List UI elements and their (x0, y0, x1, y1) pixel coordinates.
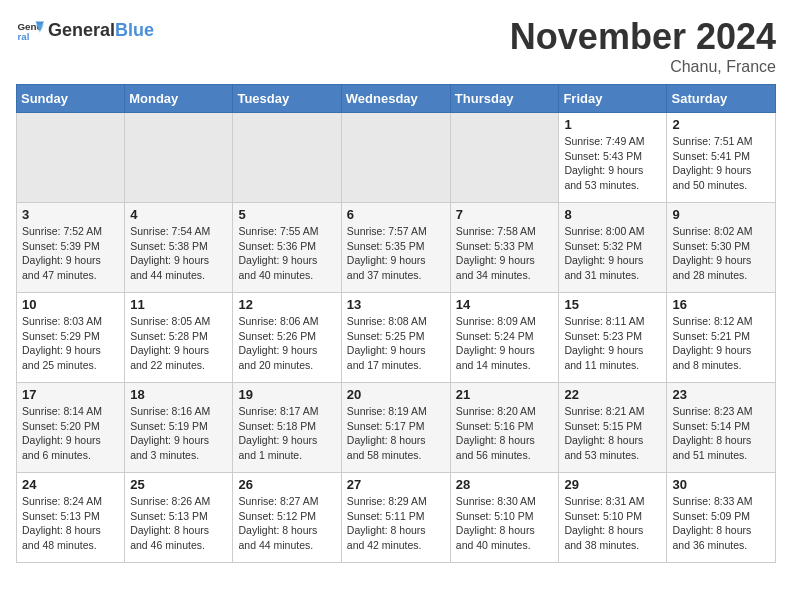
day-number: 13 (347, 297, 445, 312)
day-number: 1 (564, 117, 661, 132)
day-info: Sunrise: 8:16 AM Sunset: 5:19 PM Dayligh… (130, 404, 227, 463)
calendar-cell: 26Sunrise: 8:27 AM Sunset: 5:12 PM Dayli… (233, 473, 341, 563)
calendar-cell: 9Sunrise: 8:02 AM Sunset: 5:30 PM Daylig… (667, 203, 776, 293)
day-info: Sunrise: 8:11 AM Sunset: 5:23 PM Dayligh… (564, 314, 661, 373)
day-number: 8 (564, 207, 661, 222)
day-info: Sunrise: 8:17 AM Sunset: 5:18 PM Dayligh… (238, 404, 335, 463)
day-number: 5 (238, 207, 335, 222)
calendar-cell (125, 113, 233, 203)
day-info: Sunrise: 8:08 AM Sunset: 5:25 PM Dayligh… (347, 314, 445, 373)
calendar-week-row: 10Sunrise: 8:03 AM Sunset: 5:29 PM Dayli… (17, 293, 776, 383)
calendar-cell: 27Sunrise: 8:29 AM Sunset: 5:11 PM Dayli… (341, 473, 450, 563)
calendar-cell (450, 113, 559, 203)
day-info: Sunrise: 8:30 AM Sunset: 5:10 PM Dayligh… (456, 494, 554, 553)
day-info: Sunrise: 7:57 AM Sunset: 5:35 PM Dayligh… (347, 224, 445, 283)
day-number: 27 (347, 477, 445, 492)
calendar-cell (17, 113, 125, 203)
day-info: Sunrise: 8:03 AM Sunset: 5:29 PM Dayligh… (22, 314, 119, 373)
weekday-header-sunday: Sunday (17, 85, 125, 113)
day-number: 12 (238, 297, 335, 312)
day-info: Sunrise: 8:02 AM Sunset: 5:30 PM Dayligh… (672, 224, 770, 283)
calendar-cell: 15Sunrise: 8:11 AM Sunset: 5:23 PM Dayli… (559, 293, 667, 383)
calendar-cell: 8Sunrise: 8:00 AM Sunset: 5:32 PM Daylig… (559, 203, 667, 293)
day-info: Sunrise: 7:52 AM Sunset: 5:39 PM Dayligh… (22, 224, 119, 283)
day-number: 28 (456, 477, 554, 492)
day-number: 14 (456, 297, 554, 312)
calendar-table: SundayMondayTuesdayWednesdayThursdayFrid… (16, 84, 776, 563)
calendar-week-row: 17Sunrise: 8:14 AM Sunset: 5:20 PM Dayli… (17, 383, 776, 473)
weekday-header-saturday: Saturday (667, 85, 776, 113)
location-subtitle: Chanu, France (510, 58, 776, 76)
day-number: 2 (672, 117, 770, 132)
weekday-header-monday: Monday (125, 85, 233, 113)
calendar-cell: 13Sunrise: 8:08 AM Sunset: 5:25 PM Dayli… (341, 293, 450, 383)
logo-text-general: General (48, 20, 115, 40)
day-info: Sunrise: 8:00 AM Sunset: 5:32 PM Dayligh… (564, 224, 661, 283)
day-number: 18 (130, 387, 227, 402)
day-info: Sunrise: 8:23 AM Sunset: 5:14 PM Dayligh… (672, 404, 770, 463)
svg-text:ral: ral (17, 31, 29, 42)
calendar-cell: 21Sunrise: 8:20 AM Sunset: 5:16 PM Dayli… (450, 383, 559, 473)
calendar-cell (233, 113, 341, 203)
day-info: Sunrise: 8:19 AM Sunset: 5:17 PM Dayligh… (347, 404, 445, 463)
day-number: 6 (347, 207, 445, 222)
day-info: Sunrise: 7:58 AM Sunset: 5:33 PM Dayligh… (456, 224, 554, 283)
weekday-header-wednesday: Wednesday (341, 85, 450, 113)
day-info: Sunrise: 8:24 AM Sunset: 5:13 PM Dayligh… (22, 494, 119, 553)
day-number: 17 (22, 387, 119, 402)
month-title: November 2024 (510, 16, 776, 58)
calendar-cell: 17Sunrise: 8:14 AM Sunset: 5:20 PM Dayli… (17, 383, 125, 473)
title-area: November 2024 Chanu, France (510, 16, 776, 76)
calendar-cell: 28Sunrise: 8:30 AM Sunset: 5:10 PM Dayli… (450, 473, 559, 563)
weekday-header-thursday: Thursday (450, 85, 559, 113)
day-info: Sunrise: 7:55 AM Sunset: 5:36 PM Dayligh… (238, 224, 335, 283)
day-info: Sunrise: 8:33 AM Sunset: 5:09 PM Dayligh… (672, 494, 770, 553)
calendar-cell: 22Sunrise: 8:21 AM Sunset: 5:15 PM Dayli… (559, 383, 667, 473)
day-number: 29 (564, 477, 661, 492)
day-number: 24 (22, 477, 119, 492)
day-info: Sunrise: 8:21 AM Sunset: 5:15 PM Dayligh… (564, 404, 661, 463)
day-info: Sunrise: 7:51 AM Sunset: 5:41 PM Dayligh… (672, 134, 770, 193)
calendar-cell: 6Sunrise: 7:57 AM Sunset: 5:35 PM Daylig… (341, 203, 450, 293)
day-number: 16 (672, 297, 770, 312)
page-header: Gene ral GeneralBlue November 2024 Chanu… (16, 16, 776, 76)
day-info: Sunrise: 8:27 AM Sunset: 5:12 PM Dayligh… (238, 494, 335, 553)
day-number: 7 (456, 207, 554, 222)
day-number: 3 (22, 207, 119, 222)
calendar-cell: 5Sunrise: 7:55 AM Sunset: 5:36 PM Daylig… (233, 203, 341, 293)
day-info: Sunrise: 8:12 AM Sunset: 5:21 PM Dayligh… (672, 314, 770, 373)
day-number: 25 (130, 477, 227, 492)
day-info: Sunrise: 8:29 AM Sunset: 5:11 PM Dayligh… (347, 494, 445, 553)
calendar-week-row: 3Sunrise: 7:52 AM Sunset: 5:39 PM Daylig… (17, 203, 776, 293)
calendar-cell: 2Sunrise: 7:51 AM Sunset: 5:41 PM Daylig… (667, 113, 776, 203)
calendar-cell: 25Sunrise: 8:26 AM Sunset: 5:13 PM Dayli… (125, 473, 233, 563)
day-number: 20 (347, 387, 445, 402)
day-number: 23 (672, 387, 770, 402)
calendar-cell: 23Sunrise: 8:23 AM Sunset: 5:14 PM Dayli… (667, 383, 776, 473)
logo: Gene ral GeneralBlue (16, 16, 154, 44)
day-number: 21 (456, 387, 554, 402)
day-info: Sunrise: 8:09 AM Sunset: 5:24 PM Dayligh… (456, 314, 554, 373)
day-number: 19 (238, 387, 335, 402)
calendar-cell: 24Sunrise: 8:24 AM Sunset: 5:13 PM Dayli… (17, 473, 125, 563)
logo-icon: Gene ral (16, 16, 44, 44)
day-number: 4 (130, 207, 227, 222)
day-number: 30 (672, 477, 770, 492)
day-info: Sunrise: 8:26 AM Sunset: 5:13 PM Dayligh… (130, 494, 227, 553)
calendar-cell: 20Sunrise: 8:19 AM Sunset: 5:17 PM Dayli… (341, 383, 450, 473)
calendar-cell: 12Sunrise: 8:06 AM Sunset: 5:26 PM Dayli… (233, 293, 341, 383)
day-info: Sunrise: 8:14 AM Sunset: 5:20 PM Dayligh… (22, 404, 119, 463)
day-number: 10 (22, 297, 119, 312)
day-info: Sunrise: 8:20 AM Sunset: 5:16 PM Dayligh… (456, 404, 554, 463)
calendar-cell: 14Sunrise: 8:09 AM Sunset: 5:24 PM Dayli… (450, 293, 559, 383)
day-info: Sunrise: 8:05 AM Sunset: 5:28 PM Dayligh… (130, 314, 227, 373)
calendar-cell: 30Sunrise: 8:33 AM Sunset: 5:09 PM Dayli… (667, 473, 776, 563)
day-number: 11 (130, 297, 227, 312)
day-info: Sunrise: 8:31 AM Sunset: 5:10 PM Dayligh… (564, 494, 661, 553)
logo-text-blue: Blue (115, 20, 154, 40)
weekday-header-tuesday: Tuesday (233, 85, 341, 113)
day-info: Sunrise: 8:06 AM Sunset: 5:26 PM Dayligh… (238, 314, 335, 373)
calendar-cell: 29Sunrise: 8:31 AM Sunset: 5:10 PM Dayli… (559, 473, 667, 563)
weekday-header-row: SundayMondayTuesdayWednesdayThursdayFrid… (17, 85, 776, 113)
calendar-cell: 19Sunrise: 8:17 AM Sunset: 5:18 PM Dayli… (233, 383, 341, 473)
